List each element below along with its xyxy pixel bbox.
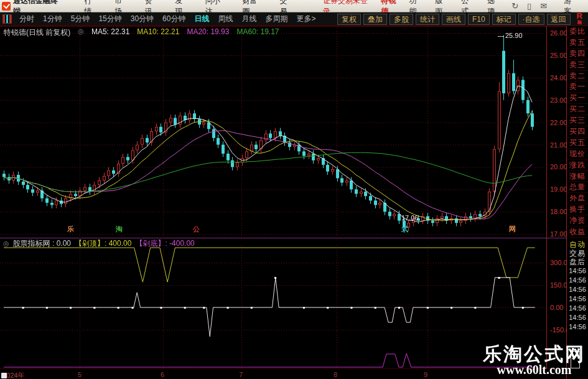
timeline-month: 5	[78, 371, 82, 378]
chart-marker: 式	[401, 225, 408, 234]
trade-time: 14:56	[567, 286, 588, 295]
trade-time: 14:56	[567, 267, 588, 276]
indicator-selector-icon[interactable]: ◎	[78, 27, 84, 38]
toolbar-button[interactable]: 返回	[547, 14, 571, 25]
quote-row[interactable]: 买三	[567, 115, 588, 126]
price-axis-label: 20.00	[550, 163, 567, 171]
refresh-icon[interactable]: ↻	[511, 2, 518, 10]
indicator-name: 股票指标网 : 0.00	[13, 238, 71, 249]
period-tab[interactable]: 60分钟	[158, 14, 190, 24]
chart-marker: 淘	[116, 225, 123, 234]
quote-row[interactable]: 换手	[567, 204, 588, 215]
toolbar-button[interactable]: 复权	[337, 14, 361, 25]
toolbar-buttons: 复权叠加多股统计画线F10标记·自选返回	[335, 14, 571, 25]
period-tab[interactable]: 多周期	[261, 14, 292, 24]
quote-row[interactable]: 外盘	[567, 193, 588, 204]
toolbar-button[interactable]: 多股	[390, 14, 413, 25]
period-tab[interactable]: 30分钟	[126, 14, 158, 24]
period-tab[interactable]: 分时	[15, 14, 39, 24]
quote-row[interactable]: 卖四	[567, 49, 588, 60]
indicator-axis-label: 0.00	[550, 304, 563, 311]
ma-value: MA5: 22.31	[91, 27, 129, 38]
quote-row[interactable]: 委比	[567, 26, 588, 37]
period-tab[interactable]: 5分钟	[67, 14, 95, 24]
price-axis-label: 24.00	[550, 74, 567, 82]
indicator-selector-icon[interactable]: ◎	[3, 240, 9, 248]
mail-icon[interactable]: ✉	[540, 2, 547, 10]
ma-value: MA20: 19.93	[187, 27, 229, 38]
price-axis-label: 18.00	[550, 208, 567, 215]
high-price-label: 25.90	[498, 32, 523, 39]
phone-icon[interactable]: ▯	[527, 2, 531, 10]
trade-time: 14:56	[567, 304, 588, 314]
toolbar-button[interactable]: 标记	[492, 14, 516, 25]
indicator-top-value: 【剁顶】: 400.00	[75, 238, 131, 249]
sidebar-tabs: 自动交易盘后	[567, 240, 588, 266]
quote-row[interactable]: 涨跌	[567, 160, 588, 171]
chart-title: 特锐德(日线 前复权)	[4, 27, 70, 38]
timeline: 2024年 56789	[0, 368, 566, 379]
trade-time: 14:56	[567, 295, 588, 304]
chart-header: 特锐德(日线 前复权) ◎ MA5: 22.31MA10: 22.21MA20:…	[4, 27, 279, 38]
period-tab[interactable]: 周线	[213, 14, 237, 24]
taskbar-corner-icon[interactable]	[1, 373, 7, 378]
quote-row[interactable]: 卖三	[567, 60, 588, 71]
trade-time-list: 14:5614:5614:5614:5614:5614:5614:56	[567, 267, 588, 332]
price-axis-line	[546, 26, 547, 368]
period-tab[interactable]: 月线	[237, 14, 261, 24]
quote-row[interactable]: 卖五	[567, 37, 588, 49]
indicator-bottom-value: 【剁底】: -400.00	[135, 238, 194, 249]
trade-time: 14:56	[567, 276, 588, 286]
timeline-month: 7	[239, 371, 243, 378]
quote-row[interactable]: 现价	[567, 149, 588, 160]
period-tab[interactable]: 日线	[190, 14, 213, 24]
period-tab[interactable]: 1分钟	[39, 14, 67, 24]
quote-row[interactable]: 净资	[567, 215, 588, 227]
chart-marker: 乐	[67, 225, 74, 234]
menubar: 通达信金融终端 行情市场资讯发现问小达财富圈交易 证券交易未登录 特锐德 功能版…	[0, 0, 588, 12]
toolbar-button[interactable]: 叠加	[363, 14, 387, 25]
trade-time: 14:56	[567, 314, 588, 323]
indicator-chart[interactable]	[0, 245, 546, 368]
ma-values: MA5: 22.31MA10: 22.21MA20: 19.93MA60: 19…	[91, 27, 279, 38]
timeline-month: 9	[424, 371, 427, 378]
quote-row[interactable]: 收益	[567, 227, 588, 238]
period-tab[interactable]: 15分钟	[94, 14, 126, 24]
quote-row[interactable]: 卖二	[567, 71, 588, 82]
price-axis-label: 21.00	[550, 141, 567, 149]
quote-row[interactable]: 买一	[567, 93, 588, 104]
watermark: 乐淘公式网 www.60lt.com	[483, 344, 586, 377]
quote-row[interactable]: 买二	[567, 104, 588, 115]
ma-value: MA60: 19.17	[236, 27, 279, 38]
toolbar-button[interactable]: 统计	[416, 14, 439, 25]
toolbar-button[interactable]: F10	[468, 14, 490, 25]
watermark-site-name: 乐淘公式网	[483, 344, 586, 364]
quote-row[interactable]: 总量	[567, 182, 588, 193]
watermark-site-url: www.60lt.com	[483, 363, 586, 377]
quote-rows: 委比卖五卖四卖三卖二卖一买一买二买三买四买五现价涨跌涨幅总量外盘换手净资收益	[567, 26, 588, 238]
chart-marker: 网	[509, 225, 516, 234]
quote-row[interactable]: 买五	[567, 138, 588, 149]
toolbar-button[interactable]: ·自选	[518, 14, 544, 25]
tdx-logo-icon	[2, 2, 11, 11]
main-candlestick-chart[interactable]	[0, 26, 546, 238]
price-axis-label: 26.00	[550, 29, 567, 37]
trade-time: 14:56	[567, 323, 588, 332]
quote-row[interactable]: 涨幅	[567, 171, 588, 182]
quote-row[interactable]: 卖一	[567, 82, 588, 93]
margin-trading-icon[interactable]: R融	[577, 13, 582, 26]
toolbar-button[interactable]: 画线	[442, 14, 465, 25]
period-toolbar: 分时1分钟5分钟15分钟30分钟60分钟日线周线月线多周期更多> 复权叠加多股统…	[0, 12, 588, 26]
price-axis-label: 17.00	[550, 230, 567, 238]
period-tab[interactable]: 更多>	[292, 14, 320, 24]
timeline-month: 8	[334, 371, 337, 378]
timeline-month: 6	[161, 371, 164, 378]
sidebar-tab[interactable]: 交易	[567, 248, 588, 257]
sidebar-tab[interactable]: 自动	[567, 240, 588, 248]
chart-marker: 公	[193, 225, 200, 234]
price-axis-label: 19.00	[550, 185, 567, 193]
quote-row[interactable]: 买四	[567, 126, 588, 138]
indicator-header: ◎ 股票指标网 : 0.00 【剁顶】: 400.00 【剁底】: -400.0…	[3, 238, 195, 249]
tdx-terminal-window: 通达信金融终端 行情市场资讯发现问小达财富圈交易 证券交易未登录 特锐德 功能版…	[0, 0, 588, 379]
sidebar-tab[interactable]: 盘后	[567, 257, 588, 266]
